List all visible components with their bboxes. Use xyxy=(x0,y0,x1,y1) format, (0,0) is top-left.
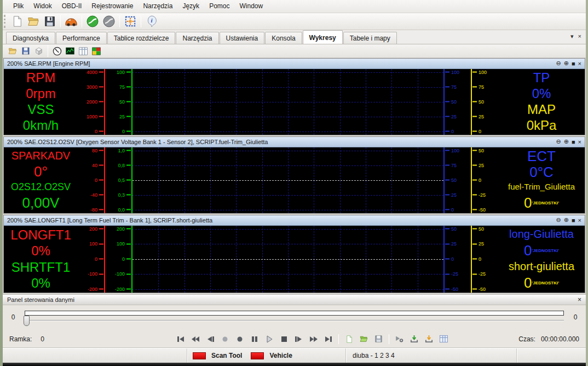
axis-tick: 80 xyxy=(92,148,104,153)
frame-label: Ramka: xyxy=(9,335,32,343)
menu-obd2[interactable]: OBD-II xyxy=(57,1,87,12)
param-value: 0,00V xyxy=(4,196,78,210)
chart-header[interactable]: 200% SAE.LONGFT1 [Long Term Fuel Trim - … xyxy=(4,215,585,226)
menu-pomoc[interactable]: Pomoc xyxy=(204,1,234,12)
time-value: 00:00:00.000 xyxy=(541,335,579,343)
menu-plik[interactable]: Plik xyxy=(8,1,28,12)
timeline-slider[interactable] xyxy=(25,320,564,321)
open-folder-icon[interactable] xyxy=(6,45,19,57)
tab-performance[interactable]: Performance xyxy=(56,32,107,44)
skip-start-icon[interactable] xyxy=(174,333,187,346)
save-icon[interactable] xyxy=(19,45,32,57)
table-icon[interactable] xyxy=(77,45,90,57)
tab-ustawienia[interactable]: Ustawienia xyxy=(220,32,265,44)
slider-thumb[interactable] xyxy=(24,316,30,326)
save-icon[interactable] xyxy=(372,333,385,346)
new-file-icon[interactable] xyxy=(9,14,25,29)
toolbar-separator xyxy=(119,15,120,27)
maximize-icon[interactable]: ■ xyxy=(572,60,575,67)
tab-narzedzia[interactable]: Narzędzia xyxy=(176,32,218,44)
layout-icon[interactable] xyxy=(122,14,139,29)
zoom-in-icon[interactable]: ⊕ xyxy=(564,60,569,67)
close-icon[interactable]: × xyxy=(578,139,581,145)
data-progress-track[interactable] xyxy=(25,311,564,316)
table-view-icon[interactable] xyxy=(437,333,451,346)
disconnect-icon[interactable] xyxy=(101,14,117,29)
gauge-icon[interactable] xyxy=(50,45,64,57)
param-label: MAP xyxy=(498,103,585,116)
plot-area[interactable] xyxy=(132,226,443,293)
close-icon[interactable]: × xyxy=(578,60,581,67)
skip-end-icon[interactable] xyxy=(321,333,335,346)
axis-green: 2001000-100-200 xyxy=(105,226,132,293)
param-value: 0kPa xyxy=(498,119,585,132)
save-icon[interactable] xyxy=(42,14,58,29)
gridline xyxy=(314,69,314,135)
axis-blue: 1007550250 xyxy=(443,69,471,135)
menu-window[interactable]: Window xyxy=(234,1,268,12)
axis-green: 1007550250 xyxy=(105,69,132,135)
zoom-out-icon[interactable]: ⊖ xyxy=(556,60,561,67)
axis-tick: -50 xyxy=(472,207,486,212)
param-label: TP xyxy=(498,71,585,84)
chart-header[interactable]: 200% SAE.O2S12.O2SV [Oxygen Sensor Volta… xyxy=(4,137,585,147)
gridline xyxy=(366,69,366,135)
tab-tablice-rozdzielcze[interactable]: Tablice rozdzielcze xyxy=(107,32,176,44)
menu-narzedzia[interactable]: Narzędzia xyxy=(138,1,177,12)
data-control-panel-header[interactable]: Panel sterowania danymi × xyxy=(3,294,586,305)
rewind-icon[interactable] xyxy=(188,333,202,346)
step-forward-icon[interactable] xyxy=(292,333,305,346)
plot-area[interactable] xyxy=(132,147,443,213)
chart-header[interactable]: 200% SAE.RPM [Engine RPM] ⊖ ⊕ ■ × xyxy=(4,59,585,69)
zero-reference-line xyxy=(132,180,443,181)
axis-tick: 1,0 xyxy=(118,148,131,153)
tab-diagnostyka[interactable]: Diagnostyka xyxy=(6,32,55,44)
toolbar-grip[interactable] xyxy=(4,15,7,28)
step-back-icon[interactable] xyxy=(203,333,217,346)
stop-icon[interactable] xyxy=(277,333,291,346)
axis-tick: 0 xyxy=(445,207,454,212)
new-file-icon[interactable] xyxy=(342,333,356,346)
export-icon[interactable] xyxy=(32,45,45,57)
pause-icon[interactable] xyxy=(247,333,261,346)
tab-tabele-i-mapy[interactable]: Tabele i mapy xyxy=(343,32,397,44)
tab-wykresy[interactable]: Wykresy xyxy=(303,30,343,44)
tab-konsola[interactable]: Konsola xyxy=(265,32,302,44)
vehicle-icon[interactable] xyxy=(63,14,79,29)
import-green-icon[interactable] xyxy=(407,333,421,346)
map-icon[interactable] xyxy=(90,45,103,57)
maximize-icon[interactable]: ■ xyxy=(572,139,575,145)
connect-icon[interactable] xyxy=(84,14,101,29)
menu-rejestrowanie[interactable]: Rejestrowanie xyxy=(87,1,138,12)
axis-tick: -50 xyxy=(472,287,486,291)
chart-icon[interactable] xyxy=(64,45,77,57)
axis-tick: -25 xyxy=(445,272,458,277)
axis-red: 2001000-100-200 xyxy=(78,226,105,293)
play-icon[interactable] xyxy=(262,333,276,346)
close-icon[interactable]: × xyxy=(578,296,581,304)
plot-area[interactable] xyxy=(132,69,443,135)
zoom-in-icon[interactable]: ⊕ xyxy=(564,138,569,145)
tab-close-icon[interactable]: × xyxy=(578,33,581,40)
maximize-icon[interactable]: ■ xyxy=(572,217,575,224)
menu-jezyk[interactable]: Język xyxy=(177,1,204,12)
close-icon[interactable]: × xyxy=(578,217,581,224)
param-label: LONGFT1 xyxy=(4,228,78,242)
fast-forward-icon[interactable] xyxy=(307,333,320,346)
axis-tick: 50 xyxy=(445,178,457,182)
zoom-out-icon[interactable]: ⊖ xyxy=(556,138,561,145)
record-icon[interactable] xyxy=(233,333,246,346)
zoom-out-icon[interactable]: ⊖ xyxy=(556,216,561,224)
application-window: Plik Widok OBD-II Rejestrowanie Narzędzi… xyxy=(0,0,588,366)
info-icon[interactable]: i xyxy=(143,14,160,29)
toolbar-separator xyxy=(338,334,339,344)
open-folder-icon[interactable] xyxy=(357,333,371,346)
record-off-icon[interactable] xyxy=(218,333,232,346)
replay-settings-icon[interactable] xyxy=(393,333,406,346)
open-folder-icon[interactable] xyxy=(25,14,42,29)
gridline xyxy=(210,69,211,135)
export-orange-icon[interactable] xyxy=(422,333,436,346)
menu-widok[interactable]: Widok xyxy=(28,1,56,12)
tab-list-dropdown-icon[interactable]: ▾ xyxy=(570,33,574,40)
zoom-in-icon[interactable]: ⊕ xyxy=(564,216,569,224)
